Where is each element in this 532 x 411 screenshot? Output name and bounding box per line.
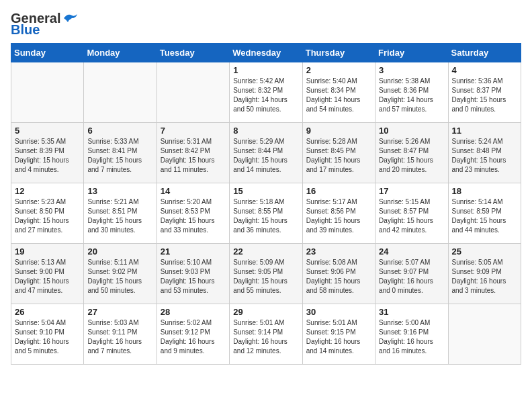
day-info: Sunrise: 5:42 AM Sunset: 8:32 PM Dayligh… (233, 77, 298, 114)
day-info: Sunrise: 5:00 AM Sunset: 9:16 PM Dayligh… (379, 318, 444, 356)
calendar-day-cell: 22Sunrise: 5:09 AM Sunset: 9:05 PM Dayli… (230, 244, 302, 304)
calendar-day-cell: 18Sunrise: 5:14 AM Sunset: 8:59 PM Dayli… (448, 183, 521, 244)
day-info: Sunrise: 5:24 AM Sunset: 8:48 PM Dayligh… (452, 137, 517, 175)
day-info: Sunrise: 5:05 AM Sunset: 9:09 PM Dayligh… (452, 258, 517, 295)
day-number: 5 (15, 126, 80, 136)
calendar-day-cell: 24Sunrise: 5:07 AM Sunset: 9:07 PM Dayli… (375, 244, 448, 304)
day-info: Sunrise: 5:13 AM Sunset: 9:00 PM Dayligh… (15, 258, 80, 295)
day-info: Sunrise: 5:10 AM Sunset: 9:03 PM Dayligh… (161, 258, 226, 295)
calendar-day-cell: 25Sunrise: 5:05 AM Sunset: 9:09 PM Dayli… (448, 244, 521, 304)
calendar-day-cell: 2Sunrise: 5:40 AM Sunset: 8:34 PM Daylig… (302, 62, 375, 123)
day-of-week-header: Sunday (11, 44, 84, 62)
calendar-week-row: 19Sunrise: 5:13 AM Sunset: 9:00 PM Dayli… (11, 244, 521, 304)
day-number: 31 (379, 307, 444, 317)
day-of-week-header: Monday (84, 44, 157, 62)
day-info: Sunrise: 5:09 AM Sunset: 9:05 PM Dayligh… (233, 258, 298, 295)
day-info: Sunrise: 5:23 AM Sunset: 8:50 PM Dayligh… (15, 197, 80, 235)
calendar-day-cell: 1Sunrise: 5:42 AM Sunset: 8:32 PM Daylig… (230, 62, 302, 123)
calendar-day-cell: 6Sunrise: 5:33 AM Sunset: 8:41 PM Daylig… (84, 123, 157, 183)
calendar-day-cell: 14Sunrise: 5:20 AM Sunset: 8:53 PM Dayli… (157, 183, 229, 244)
calendar-day-cell (84, 62, 157, 123)
day-number: 22 (233, 246, 298, 257)
day-number: 23 (306, 246, 371, 257)
day-number: 10 (379, 126, 444, 136)
calendar-day-cell (157, 62, 229, 123)
calendar-day-cell: 5Sunrise: 5:35 AM Sunset: 8:39 PM Daylig… (11, 123, 84, 183)
day-of-week-header: Tuesday (157, 44, 229, 62)
day-number: 30 (306, 307, 371, 317)
calendar-day-cell: 27Sunrise: 5:03 AM Sunset: 9:11 PM Dayli… (84, 304, 157, 365)
day-number: 21 (161, 246, 226, 257)
day-number: 16 (306, 186, 371, 196)
day-number: 7 (161, 126, 226, 136)
day-info: Sunrise: 5:31 AM Sunset: 8:42 PM Dayligh… (161, 137, 226, 175)
calendar-day-cell: 7Sunrise: 5:31 AM Sunset: 8:42 PM Daylig… (157, 123, 229, 183)
day-info: Sunrise: 5:02 AM Sunset: 9:12 PM Dayligh… (161, 318, 226, 356)
day-number: 24 (379, 246, 444, 257)
day-info: Sunrise: 5:33 AM Sunset: 8:41 PM Dayligh… (87, 137, 152, 175)
calendar-week-row: 1Sunrise: 5:42 AM Sunset: 8:32 PM Daylig… (11, 62, 521, 123)
calendar-day-cell (11, 62, 84, 123)
day-of-week-header: Thursday (302, 44, 375, 62)
calendar-day-cell: 13Sunrise: 5:21 AM Sunset: 8:51 PM Dayli… (84, 183, 157, 244)
day-number: 2 (306, 65, 371, 75)
logo: General Blue (11, 11, 77, 38)
calendar-table: SundayMondayTuesdayWednesdayThursdayFrid… (11, 43, 521, 365)
day-number: 13 (87, 186, 152, 196)
calendar-day-cell: 26Sunrise: 5:04 AM Sunset: 9:10 PM Dayli… (11, 304, 84, 365)
day-info: Sunrise: 5:11 AM Sunset: 9:02 PM Dayligh… (87, 258, 152, 295)
day-number: 27 (87, 307, 152, 317)
day-number: 19 (15, 246, 80, 257)
day-number: 6 (87, 126, 152, 136)
calendar-day-cell (448, 304, 521, 365)
calendar-day-cell: 11Sunrise: 5:24 AM Sunset: 8:48 PM Dayli… (448, 123, 521, 183)
day-info: Sunrise: 5:01 AM Sunset: 9:15 PM Dayligh… (306, 318, 371, 356)
calendar-day-cell: 9Sunrise: 5:28 AM Sunset: 8:45 PM Daylig… (302, 123, 375, 183)
day-info: Sunrise: 5:15 AM Sunset: 8:57 PM Dayligh… (379, 197, 444, 235)
day-number: 26 (15, 307, 80, 317)
calendar-day-cell: 15Sunrise: 5:18 AM Sunset: 8:55 PM Dayli… (230, 183, 302, 244)
calendar-day-cell: 17Sunrise: 5:15 AM Sunset: 8:57 PM Dayli… (375, 183, 448, 244)
day-number: 1 (233, 65, 298, 75)
day-info: Sunrise: 5:35 AM Sunset: 8:39 PM Dayligh… (15, 137, 80, 175)
calendar-day-cell: 19Sunrise: 5:13 AM Sunset: 9:00 PM Dayli… (11, 244, 84, 304)
day-number: 9 (306, 126, 371, 136)
day-number: 8 (233, 126, 298, 136)
calendar-week-row: 12Sunrise: 5:23 AM Sunset: 8:50 PM Dayli… (11, 183, 521, 244)
day-number: 12 (15, 186, 80, 196)
day-info: Sunrise: 5:01 AM Sunset: 9:14 PM Dayligh… (233, 318, 298, 356)
day-number: 18 (452, 186, 517, 196)
day-info: Sunrise: 5:14 AM Sunset: 8:59 PM Dayligh… (452, 197, 517, 235)
day-number: 4 (452, 65, 517, 75)
day-number: 20 (87, 246, 152, 257)
calendar-day-cell: 3Sunrise: 5:38 AM Sunset: 8:36 PM Daylig… (375, 62, 448, 123)
day-number: 25 (452, 246, 517, 257)
day-info: Sunrise: 5:03 AM Sunset: 9:11 PM Dayligh… (87, 318, 152, 356)
day-of-week-header: Wednesday (230, 44, 302, 62)
calendar-day-cell: 10Sunrise: 5:26 AM Sunset: 8:47 PM Dayli… (375, 123, 448, 183)
day-number: 28 (161, 307, 226, 317)
day-of-week-header: Saturday (448, 44, 521, 62)
calendar-day-cell: 28Sunrise: 5:02 AM Sunset: 9:12 PM Dayli… (157, 304, 229, 365)
day-info: Sunrise: 5:08 AM Sunset: 9:06 PM Dayligh… (306, 258, 371, 295)
day-of-week-header: Friday (375, 44, 448, 62)
day-number: 14 (161, 186, 226, 196)
calendar-day-cell: 20Sunrise: 5:11 AM Sunset: 9:02 PM Dayli… (84, 244, 157, 304)
calendar-day-cell: 31Sunrise: 5:00 AM Sunset: 9:16 PM Dayli… (375, 304, 448, 365)
page-header: General Blue (11, 11, 521, 38)
days-of-week-row: SundayMondayTuesdayWednesdayThursdayFrid… (11, 44, 521, 62)
day-number: 15 (233, 186, 298, 196)
calendar-day-cell: 21Sunrise: 5:10 AM Sunset: 9:03 PM Dayli… (157, 244, 229, 304)
calendar-day-cell: 4Sunrise: 5:36 AM Sunset: 8:37 PM Daylig… (448, 62, 521, 123)
calendar-week-row: 26Sunrise: 5:04 AM Sunset: 9:10 PM Dayli… (11, 304, 521, 365)
calendar-day-cell: 29Sunrise: 5:01 AM Sunset: 9:14 PM Dayli… (230, 304, 302, 365)
calendar-day-cell: 16Sunrise: 5:17 AM Sunset: 8:56 PM Dayli… (302, 183, 375, 244)
calendar-day-cell: 12Sunrise: 5:23 AM Sunset: 8:50 PM Dayli… (11, 183, 84, 244)
day-info: Sunrise: 5:04 AM Sunset: 9:10 PM Dayligh… (15, 318, 80, 356)
day-info: Sunrise: 5:40 AM Sunset: 8:34 PM Dayligh… (306, 77, 371, 114)
day-info: Sunrise: 5:18 AM Sunset: 8:55 PM Dayligh… (233, 197, 298, 235)
calendar-day-cell: 8Sunrise: 5:29 AM Sunset: 8:44 PM Daylig… (230, 123, 302, 183)
calendar-day-cell: 30Sunrise: 5:01 AM Sunset: 9:15 PM Dayli… (302, 304, 375, 365)
day-number: 29 (233, 307, 298, 317)
calendar-day-cell: 23Sunrise: 5:08 AM Sunset: 9:06 PM Dayli… (302, 244, 375, 304)
